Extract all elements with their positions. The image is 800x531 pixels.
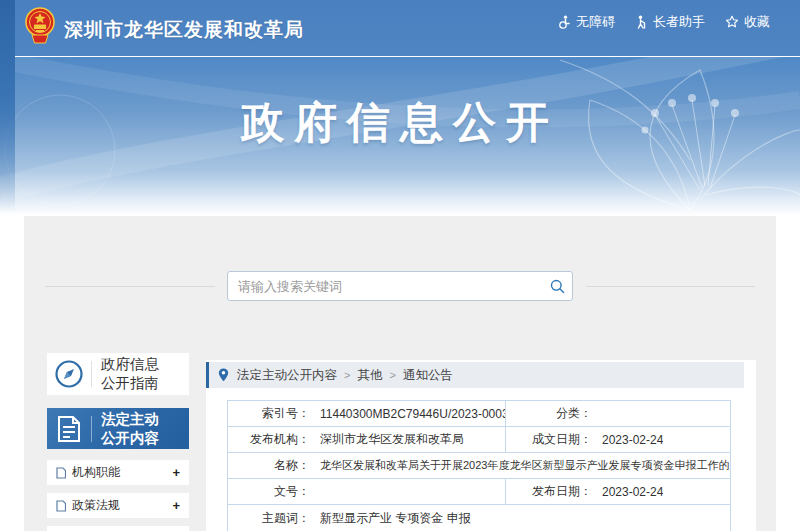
field-label-title: 名称： xyxy=(228,457,310,474)
table-row: 索引号： 11440300MB2C79446U/2023-00032 分类： xyxy=(228,401,730,427)
sidebar-item-policies[interactable]: 政策法规 + xyxy=(47,493,189,518)
table-row: 名称： 龙华区发展和改革局关于开展2023年度龙华区新型显示产业发展专项资金申报… xyxy=(228,453,730,479)
field-value-keywords: 新型显示产业 专项资金 申报 xyxy=(310,510,471,527)
accessibility-link[interactable]: 无障碍 xyxy=(557,13,615,31)
page-icon xyxy=(56,500,66,512)
search-button[interactable] xyxy=(542,272,572,300)
star-icon xyxy=(725,15,739,29)
table-row: 发布机构： 深圳市龙华区发展和改革局 成文日期： 2023-02-24 xyxy=(228,427,730,453)
field-label-publish-date: 发布日期： xyxy=(506,483,592,500)
elder-helper-label: 长者助手 xyxy=(653,13,705,31)
breadcrumb: 法定主动公开内容 > 其他 > 通知公告 xyxy=(206,362,744,388)
table-row: 主题词： 新型显示产业 专项资金 申报 xyxy=(228,505,730,531)
page-icon xyxy=(56,467,66,479)
elder-helper-link[interactable]: 长者助手 xyxy=(635,13,705,31)
search-divider-right xyxy=(586,286,755,287)
document-info-table: 索引号： 11440300MB2C79446U/2023-00032 分类： 发… xyxy=(227,400,731,531)
field-label-doc-number: 文号： xyxy=(228,483,310,500)
accessibility-icon xyxy=(557,15,571,29)
expand-plus-icon[interactable]: + xyxy=(172,465,180,480)
elder-helper-icon xyxy=(635,15,648,29)
table-row: 文号： 发布日期： 2023-02-24 xyxy=(228,479,730,505)
page-title: 政府信息公开 xyxy=(0,94,800,152)
search-box xyxy=(227,271,573,301)
breadcrumb-item-current: 通知公告 xyxy=(403,367,453,384)
sidebar-item-label: 机构职能 xyxy=(72,464,120,481)
page: 深圳市龙华区发展和改革局 无障碍 长者助手 收藏 xyxy=(0,0,800,531)
field-value-written-date: 2023-02-24 xyxy=(592,433,663,447)
breadcrumb-item-statutory[interactable]: 法定主动公开内容 xyxy=(237,367,337,384)
left-accent-strip xyxy=(0,0,15,212)
field-value-title: 龙华区发展和改革局关于开展2023年度龙华区新型显示产业发展专项资金申报工作的通… xyxy=(310,458,730,473)
field-label-issuer: 发布机构： xyxy=(228,431,310,448)
sidebar-item-partial[interactable] xyxy=(47,526,189,531)
breadcrumb-separator: > xyxy=(344,369,350,381)
location-pin-icon xyxy=(218,368,229,382)
expand-plus-icon[interactable]: + xyxy=(172,498,180,513)
field-label-written-date: 成文日期： xyxy=(506,431,592,448)
top-nav: 无障碍 长者助手 收藏 xyxy=(557,13,770,31)
field-value-index: 11440300MB2C79446U/2023-00032 xyxy=(310,407,505,421)
favorite-label: 收藏 xyxy=(744,13,770,31)
document-icon xyxy=(47,415,91,443)
sidebar-item-statutory-disclosure[interactable]: 法定主动 公开内容 xyxy=(47,408,189,449)
field-label-index: 索引号： xyxy=(228,405,310,422)
favorite-link[interactable]: 收藏 xyxy=(725,13,770,31)
field-value-issuer: 深圳市龙华区发展和改革局 xyxy=(310,431,464,448)
field-label-category: 分类： xyxy=(506,405,592,422)
sidebar-guide-label: 政府信息 公开指南 xyxy=(92,355,159,393)
breadcrumb-separator: > xyxy=(389,369,395,381)
breadcrumb-item-other[interactable]: 其他 xyxy=(357,367,382,384)
field-label-keywords: 主题词： xyxy=(228,510,310,527)
national-emblem-logo xyxy=(25,7,55,49)
search-icon xyxy=(550,279,565,294)
sidebar-active-label: 法定主动 公开内容 xyxy=(92,410,159,448)
field-value-publish-date: 2023-02-24 xyxy=(592,485,663,499)
compass-icon xyxy=(47,359,91,389)
search-input[interactable] xyxy=(228,273,542,299)
sidebar-item-guide[interactable]: 政府信息 公开指南 xyxy=(47,353,189,395)
sidebar-item-label: 政策法规 xyxy=(72,497,120,514)
site-title: 深圳市龙华区发展和改革局 xyxy=(64,17,304,43)
sidebar-item-organization[interactable]: 机构职能 + xyxy=(47,460,189,485)
search-divider-left xyxy=(45,286,215,287)
accessibility-label: 无障碍 xyxy=(576,13,615,31)
